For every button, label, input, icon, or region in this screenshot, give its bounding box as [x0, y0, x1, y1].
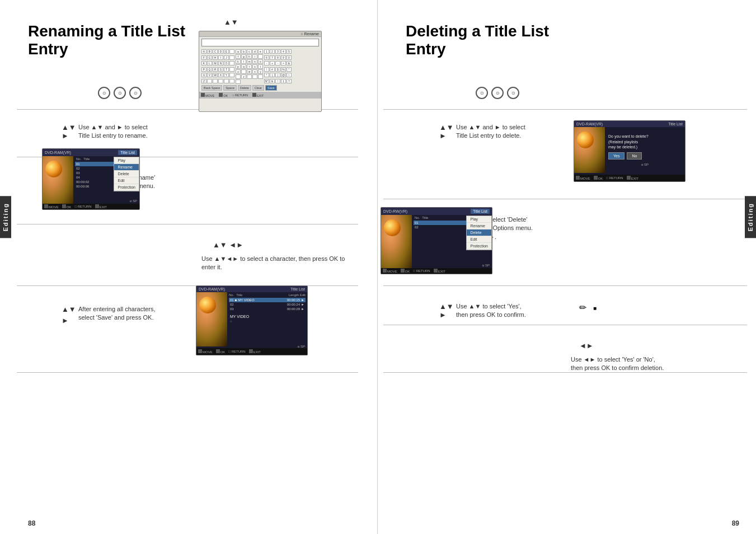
key-sym3[interactable]: - [275, 61, 280, 65]
key-sym9[interactable]: % [281, 67, 286, 72]
key-G[interactable]: G [207, 55, 212, 60]
key-K[interactable]: K [201, 61, 206, 65]
key-sym8[interactable]: $ [275, 67, 280, 72]
menu-edit[interactable]: Edit [114, 177, 139, 184]
key-n-lower[interactable]: n [252, 59, 257, 64]
key-b[interactable]: b [241, 49, 246, 54]
key-f-lower[interactable]: f [236, 54, 241, 59]
del-menu-delete[interactable]: Delete [467, 229, 491, 236]
key-k-lower[interactable]: k [236, 59, 241, 64]
key-e-lower[interactable]: e [258, 49, 263, 54]
kb-save[interactable]: Save [265, 85, 277, 91]
del-menu-rename[interactable]: Rename [467, 223, 491, 229]
key-D[interactable]: D [218, 49, 223, 54]
key-sym4[interactable]: = [281, 61, 286, 65]
right-section-title: Deleting a Title List Entry [406, 22, 568, 58]
key-q-lower[interactable]: q [241, 64, 246, 69]
menu-rename[interactable]: Rename [114, 164, 139, 171]
key-8[interactable]: 8 [275, 55, 280, 60]
key-W[interactable]: W [213, 73, 218, 77]
key-a[interactable]: a [236, 49, 241, 54]
key-z-lower[interactable]: z [241, 74, 246, 79]
key-sym16[interactable]: N* [264, 79, 269, 83]
key-sym20[interactable]: ? [287, 79, 292, 83]
menu-play[interactable]: Play [114, 157, 139, 164]
key-J[interactable]: J [224, 55, 229, 60]
key-V[interactable]: V [207, 73, 212, 77]
key-p-lower[interactable]: p [236, 64, 241, 69]
key-3[interactable]: 3 [275, 49, 280, 54]
key-h-lower[interactable]: h [247, 54, 252, 59]
key-T[interactable]: T [224, 67, 229, 72]
key-c[interactable]: c [247, 49, 252, 54]
key-i-lower[interactable]: i [252, 54, 257, 59]
kb-input[interactable] [201, 39, 319, 46]
key-R[interactable]: R [213, 67, 218, 72]
key-sym1[interactable]: - [264, 61, 269, 65]
key-5[interactable]: 5 [287, 49, 292, 54]
key-sym6[interactable]: ! [264, 67, 269, 72]
key-H[interactable]: H [213, 55, 218, 60]
kb-delete[interactable]: Delete [238, 85, 251, 91]
key-sym7[interactable]: # [270, 67, 275, 72]
key-sym10[interactable]: ^ [287, 67, 292, 72]
key-9[interactable]: 9 [281, 55, 286, 60]
key-x-lower[interactable]: x [252, 69, 257, 74]
key-Y[interactable]: Y [224, 73, 229, 77]
key-X[interactable]: X [218, 73, 223, 77]
key-7[interactable]: 7 [270, 55, 275, 60]
key-sym14[interactable]: @ [281, 73, 286, 77]
key-I[interactable]: I [218, 55, 223, 60]
kb-clear[interactable]: Clear [252, 85, 264, 91]
key-sym15[interactable]: \ [287, 73, 292, 77]
key-A[interactable]: A [201, 49, 206, 54]
key-B[interactable]: B [207, 49, 212, 54]
key-sym17[interactable]: & [270, 79, 275, 83]
key-r-lower[interactable]: r [247, 64, 252, 69]
key-S[interactable]: S [218, 67, 223, 72]
divider-right-3 [383, 285, 747, 286]
kb-backspace[interactable]: Back Space [201, 85, 222, 91]
del-menu-play[interactable]: Play [467, 216, 491, 223]
key-u-lower[interactable]: u [236, 69, 241, 74]
key-P[interactable]: P [201, 67, 206, 72]
kb-space[interactable]: Space [223, 85, 237, 91]
key-m-lower[interactable]: m [247, 59, 252, 64]
cs-no-button[interactable]: No [627, 152, 642, 160]
key-sym5[interactable]: & [287, 61, 292, 65]
key-C[interactable]: C [213, 49, 218, 54]
cs-yes-button[interactable]: Yes [608, 152, 624, 160]
key-1[interactable]: 1 [264, 49, 269, 54]
key-w-lower[interactable]: w [247, 69, 252, 74]
key-g-lower[interactable]: g [241, 54, 246, 59]
key-y-lower[interactable]: y [258, 69, 263, 74]
del-menu-edit[interactable]: Edit [467, 236, 491, 243]
key-Z[interactable]: Z [201, 79, 206, 83]
key-F[interactable]: F [201, 55, 206, 60]
key-l-lower[interactable]: l [241, 59, 246, 64]
key-sym2[interactable]: + [270, 61, 275, 65]
key-sym12[interactable]: ( [270, 73, 275, 77]
key-6[interactable]: 6 [264, 55, 269, 60]
key-L[interactable]: L [207, 61, 212, 65]
key-d[interactable]: d [252, 49, 257, 54]
key-2[interactable]: 2 [270, 49, 275, 54]
key-sym19[interactable]: 1 [281, 79, 286, 83]
key-sym13[interactable]: ) [275, 73, 280, 77]
menu-delete[interactable]: Delete [114, 171, 139, 177]
key-O[interactable]: O [224, 61, 229, 65]
key-o-lower[interactable]: o [258, 59, 263, 64]
key-4[interactable]: 4 [281, 49, 286, 54]
key-sym18[interactable]: ! [275, 79, 280, 83]
key-Q[interactable]: Q [207, 67, 212, 72]
del-menu-protection[interactable]: Protection [467, 243, 491, 250]
key-E[interactable]: E [224, 49, 229, 54]
key-M[interactable]: M [213, 61, 218, 65]
menu-protection[interactable]: Protection [114, 184, 139, 191]
key-sym11[interactable]: * [264, 73, 269, 77]
key-s-lower[interactable]: s [252, 64, 257, 69]
key-N[interactable]: N [218, 61, 223, 65]
key-t-lower[interactable]: t [258, 64, 263, 69]
key-U[interactable]: U [201, 73, 206, 77]
key-0[interactable]: 0 [287, 55, 292, 60]
